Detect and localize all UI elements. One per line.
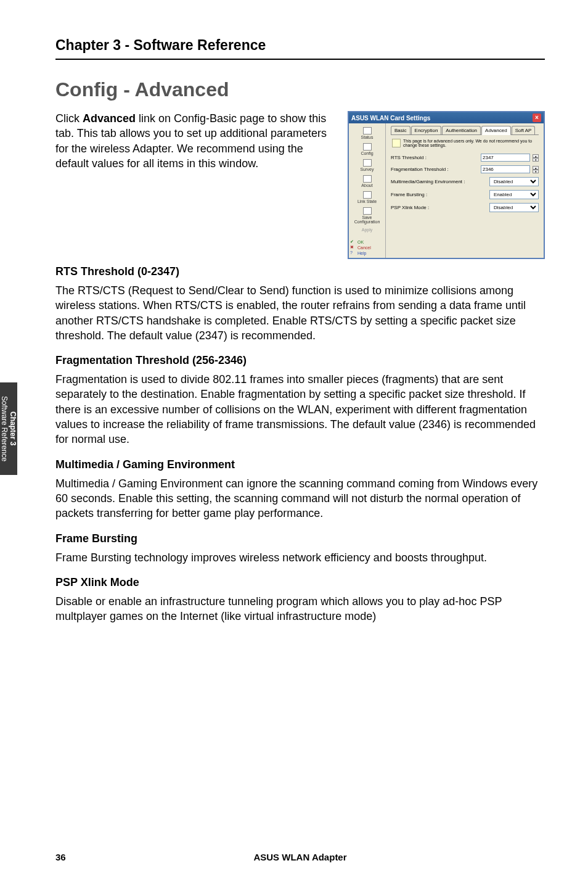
tab-advanced[interactable]: Advanced	[481, 126, 511, 135]
heading-multimedia: Multimedia / Gaming Environment	[55, 458, 545, 471]
linkstate-icon	[363, 191, 372, 199]
page-title: Config - Advanced	[55, 78, 545, 101]
close-button[interactable]: ×	[533, 113, 541, 122]
text-rts: The RTS/CTS (Request to Send/Clear to Se…	[55, 283, 545, 343]
hint-row: This page is for advanced users only. We…	[391, 135, 539, 151]
field-burst: Frame Bursting : Enabled	[391, 190, 539, 199]
about-icon	[363, 175, 372, 183]
rts-input[interactable]	[481, 154, 530, 162]
tab-softap[interactable]: Soft AP	[512, 126, 536, 134]
multimedia-select[interactable]: Disabled	[489, 177, 539, 186]
intro-paragraph: Click Advanced link on Config-Basic page…	[55, 111, 338, 259]
psp-select[interactable]: Disabled	[489, 203, 539, 212]
text-multimedia: Multimedia / Gaming Environment can igno…	[55, 476, 545, 521]
sidebar-item-survey[interactable]: Survey	[350, 158, 384, 173]
chapter-header: Chapter 3 - Software Reference	[55, 37, 545, 54]
cancel-icon: ✖	[350, 245, 356, 250]
heading-burst: Frame Bursting	[55, 532, 545, 545]
field-frag: Fragmentation Threshold : ▴▾	[391, 165, 539, 173]
sidebar-chapter: Chapter 3	[9, 411, 17, 445]
field-psp: PSP Xlink Mode : Disabled	[391, 203, 539, 212]
field-multimedia: Multimedia/Gaming Environment : Disabled	[391, 177, 539, 186]
rts-label: RTS Threshold :	[391, 155, 478, 160]
text-psp: Disable or enable an infrastructure tunn…	[55, 594, 545, 624]
burst-select[interactable]: Enabled	[489, 190, 539, 199]
side-tab: Chapter 3 Software Reference	[0, 382, 17, 475]
dialog-title: ASUS WLAN Card Settings	[351, 115, 430, 122]
status-icon	[363, 127, 372, 134]
config-icon	[363, 143, 372, 151]
dialog-sidebar: Status Config Survey About Link State Sa…	[349, 123, 386, 258]
text-burst: Frame Bursting technology improves wirel…	[55, 550, 545, 565]
save-icon	[363, 207, 372, 215]
field-rts: RTS Threshold : ▴▾	[391, 154, 539, 162]
tab-basic[interactable]: Basic	[391, 126, 410, 134]
ok-link[interactable]: ✔OK	[350, 239, 384, 244]
multimedia-label: Multimedia/Gaming Environment :	[391, 179, 487, 184]
sidebar-item-saveconfig[interactable]: Save Configuration	[350, 206, 384, 225]
frag-label: Fragmentation Threshold :	[391, 167, 478, 172]
cancel-link[interactable]: ✖Cancel	[350, 245, 384, 250]
tab-encryption[interactable]: Encryption	[411, 126, 442, 134]
text-frag: Fragmentation is used to divide 802.11 f…	[55, 372, 545, 447]
hint-icon	[392, 139, 401, 147]
sidebar-item-status[interactable]: Status	[350, 126, 384, 141]
footer-product: ASUS WLAN Adapter	[253, 852, 346, 862]
sidebar-item-apply: Apply	[350, 226, 384, 233]
sidebar-item-about[interactable]: About	[350, 174, 384, 189]
sidebar-section: Software Reference	[0, 396, 9, 461]
settings-dialog: ASUS WLAN Card Settings × Status Config …	[348, 111, 545, 259]
psp-label: PSP Xlink Mode :	[391, 205, 487, 210]
heading-frag: Fragmentation Threshold (256-2346)	[55, 354, 545, 367]
ok-icon: ✔	[350, 239, 356, 244]
hint-text: This page is for advanced users only. We…	[403, 139, 537, 147]
burst-label: Frame Bursting :	[391, 192, 487, 197]
header-rule	[55, 59, 545, 60]
frag-spinner[interactable]: ▴▾	[533, 166, 539, 173]
help-icon: ?	[350, 250, 356, 255]
heading-psp: PSP Xlink Mode	[55, 576, 545, 589]
help-link[interactable]: ?Help	[350, 250, 384, 255]
page-number: 36	[55, 852, 66, 862]
dialog-titlebar: ASUS WLAN Card Settings ×	[349, 112, 544, 123]
survey-icon	[363, 159, 372, 167]
frag-input[interactable]	[481, 165, 530, 173]
sidebar-item-linkstate[interactable]: Link State	[350, 190, 384, 205]
tab-authentication[interactable]: Authentication	[442, 126, 481, 134]
rts-spinner[interactable]: ▴▾	[533, 154, 539, 162]
sidebar-item-config[interactable]: Config	[350, 142, 384, 157]
dialog-tabs: Basic Encryption Authentication Advanced…	[391, 126, 539, 135]
page-footer: 36 ASUS WLAN Adapter	[55, 852, 545, 862]
heading-rts: RTS Threshold (0-2347)	[55, 265, 545, 278]
dialog-main: Basic Encryption Authentication Advanced…	[386, 123, 544, 258]
